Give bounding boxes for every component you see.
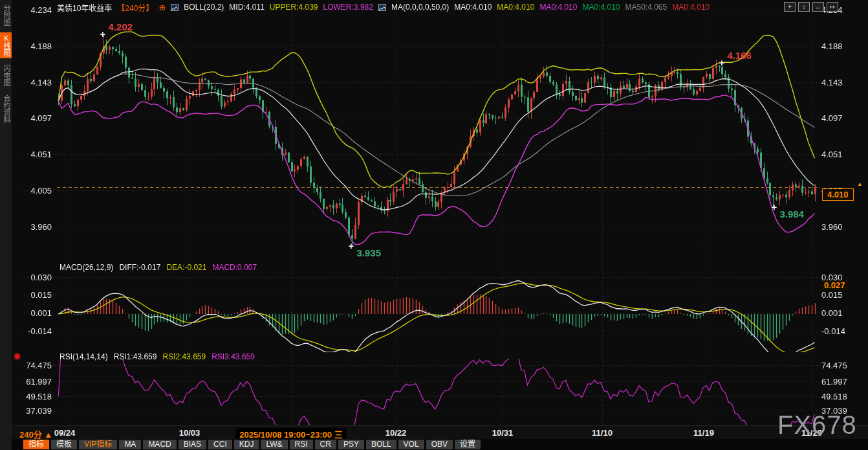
- pan-icon[interactable]: +: [784, 2, 796, 12]
- crosshair-marker: +: [349, 242, 354, 251]
- toolbar-button-指标[interactable]: 指标: [23, 440, 49, 449]
- macd-header: MACD(26,12,9)DIFF:-0.017DEA:-0.021MACD:0…: [60, 263, 257, 272]
- header-text: UPPER:4.039: [270, 3, 318, 12]
- chart-application: 分时图K线图闪电图合约资料 美债10年收益率【240分】⊕BOLL(20,2)M…: [0, 0, 868, 450]
- high-price-label: 4.202: [109, 21, 133, 32]
- watermark: FX678: [777, 411, 857, 440]
- header-text: BOLL(20,2): [184, 3, 224, 12]
- macd-axis-label-right: 0.015: [821, 290, 843, 300]
- period-up-triangle-icon: ▲: [44, 430, 52, 440]
- sidebar-tab-分时图[interactable]: 分时图: [0, 3, 12, 28]
- price-chart-canvas[interactable]: [0, 0, 868, 450]
- indicator-value-label: DIFF:-0.017: [119, 263, 160, 272]
- toolbar-button-BOLL[interactable]: BOLL: [366, 440, 396, 449]
- indicator-value-label: DEA:-0.021: [166, 263, 206, 272]
- xaxis-row: 240分 ▲ 09/2410/032025/10/08 19:00~23:00 …: [12, 425, 868, 440]
- toolbar-button-CCI[interactable]: CCI: [208, 440, 232, 449]
- date-label: 10/31: [492, 428, 514, 438]
- toolbar-button-PSY[interactable]: PSY: [338, 440, 364, 449]
- toolbar-button-OBV[interactable]: OBV: [426, 440, 453, 449]
- macd-current-value-box: 0.027: [821, 280, 848, 290]
- low-price-label: 3.984: [779, 208, 804, 219]
- toolbar-button-MA[interactable]: MA: [119, 440, 141, 449]
- header-text: MID:4.011: [229, 3, 264, 12]
- toolbar-button-设置[interactable]: 设置: [455, 440, 481, 449]
- date-label: 10/22: [385, 428, 407, 438]
- low-price-label: 3.935: [357, 247, 382, 258]
- header-text: MA0:4.010: [539, 3, 577, 12]
- price-axis-label-left: 4.234: [19, 5, 52, 15]
- rsi-header: RSI(14,14,14)RSI1:43.659RSI2:43.659RSI3:…: [60, 352, 255, 361]
- header-text: 美债10年收益率: [57, 2, 112, 13]
- price-axis-label-left: 4.005: [19, 186, 52, 196]
- toolbar-button-CR[interactable]: CR: [315, 440, 336, 449]
- date-label: 09/24: [54, 428, 76, 438]
- price-axis-label-right: 4.051: [821, 150, 843, 159]
- indicator-toolbar: 指标模板VIP指标MAMACDBIASCCIKDJLW&RSICRPSYBOLL…: [12, 439, 868, 450]
- rsi-axis-label-right: 74.475: [821, 361, 847, 370]
- current-price-box: 4.010: [822, 188, 854, 201]
- sidebar-tab-合约资料[interactable]: 合约资料: [0, 93, 12, 125]
- sidebar-tab-K线图[interactable]: K线图: [0, 32, 12, 58]
- rsi-axis-label-left: 74.475: [19, 361, 52, 370]
- toolbar-button-KDJ[interactable]: KDJ: [234, 440, 259, 449]
- date-label: 10/03: [179, 428, 201, 438]
- price-axis-label-right: 4.188: [821, 41, 843, 51]
- indicator-value-label: RSI(14,14,14): [60, 352, 108, 361]
- price-axis-label-left: 4.188: [19, 41, 52, 51]
- toolbar-button-MACD[interactable]: MACD: [143, 440, 176, 449]
- toolbar-button-VIP指标[interactable]: VIP指标: [79, 440, 117, 449]
- rsi-axis-label-left: 61.997: [19, 377, 52, 387]
- header-text: LOWER:3.982: [323, 3, 373, 12]
- header-text: 【240分】: [117, 2, 153, 13]
- toolbar-button-RSI[interactable]: RSI: [290, 440, 313, 449]
- macd-axis-label-left: 0.015: [19, 290, 52, 300]
- crosshair-marker: +: [771, 203, 777, 212]
- price-axis-label-left: 3.960: [19, 222, 52, 232]
- toolbar-button-模板[interactable]: 模板: [51, 440, 77, 449]
- toolbar-button-VOL[interactable]: VOL: [398, 440, 424, 449]
- macd-axis-label-left: 0.001: [19, 308, 52, 318]
- toolbar-button-LW&[interactable]: LW&: [261, 440, 287, 449]
- sidebar-tab-闪电图[interactable]: 闪电图: [0, 63, 12, 88]
- header-text: MA50:4.065: [625, 3, 667, 12]
- macd-axis-label-left: 0.030: [19, 273, 52, 282]
- scale-x-icon[interactable]: ↔: [812, 2, 824, 12]
- header-text: MA0:4.010: [672, 3, 710, 12]
- period-label: 240分: [19, 430, 42, 440]
- crosshair-marker: +: [719, 58, 724, 67]
- header-text: MA0:4.010: [582, 3, 620, 12]
- price-axis-label-left: 4.051: [19, 150, 52, 159]
- header-text: MA0:4.010: [497, 3, 534, 12]
- rsi-axis-label-right: 61.997: [821, 377, 847, 387]
- price-up-arrow-icon: ▲: [857, 181, 863, 187]
- price-axis-label-left: 4.143: [19, 78, 52, 87]
- toolbar-button-BIAS[interactable]: BIAS: [179, 440, 206, 449]
- indicator-value-label: MACD(26,12,9): [60, 263, 113, 272]
- price-axis-label-right: 4.143: [821, 78, 843, 87]
- scale-y-icon[interactable]: ↕: [798, 2, 810, 12]
- crosshair-icon[interactable]: ⊕: [158, 3, 166, 12]
- ma-indicator-icon: [378, 4, 386, 11]
- alert-icon[interactable]: [15, 354, 19, 359]
- price-axis-label-left: 4.097: [19, 113, 52, 123]
- indicator-value-label: RSI1:43.659: [114, 352, 157, 361]
- boll-indicator-icon: [171, 4, 179, 11]
- high-price-label: 4.166: [727, 50, 752, 61]
- header-text: MA0:4.010: [454, 3, 492, 12]
- date-label: 11/19: [693, 428, 714, 438]
- jump-latest-icon[interactable]: ↦: [827, 2, 838, 12]
- sidebar: 分时图K线图闪电图合约资料: [0, 0, 12, 450]
- price-axis-label-right: 4.097: [821, 113, 843, 123]
- date-label: 11/10: [592, 428, 613, 438]
- chart-header: 美债10年收益率【240分】⊕BOLL(20,2)MID:4.011UPPER:…: [57, 2, 710, 12]
- indicator-value-label: RSI3:43.659: [212, 352, 255, 361]
- rsi-axis-label-left: 37.039: [19, 406, 52, 416]
- indicator-value-label: RSI2:43.659: [162, 352, 206, 361]
- corner-buttons: +↕↔↦: [784, 2, 838, 12]
- crosshair-marker: +: [100, 30, 106, 39]
- macd-axis-label-left: -0.014: [19, 326, 52, 336]
- macd-axis-label-right: -0.014: [821, 326, 845, 336]
- rsi-axis-label-left: 49.518: [19, 392, 52, 401]
- header-text: MA(0,0,0,0,50,0): [391, 3, 449, 12]
